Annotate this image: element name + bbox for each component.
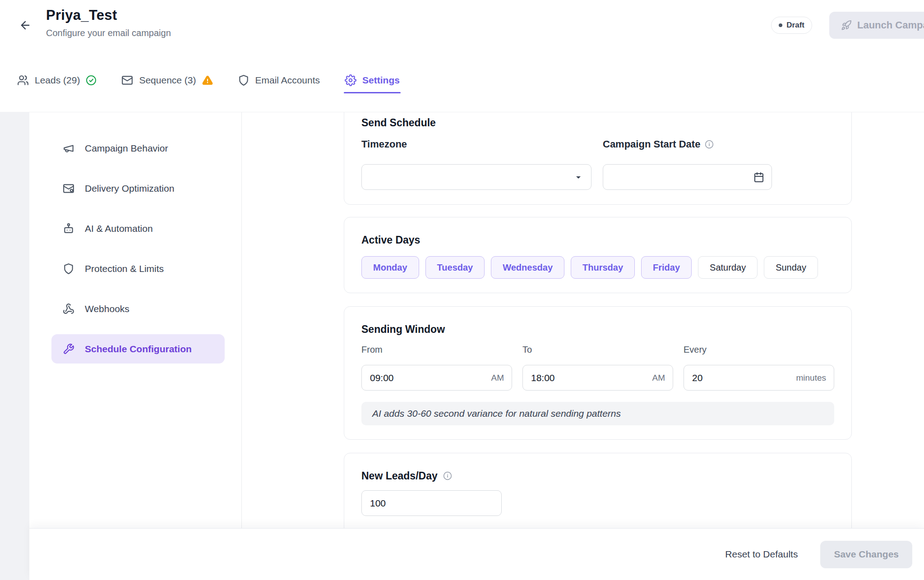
robot-icon <box>63 223 74 235</box>
tab-leads[interactable]: Leads (29) <box>17 70 97 90</box>
tab-leads-label: Leads (29) <box>35 75 80 86</box>
arrow-left-icon <box>19 19 32 32</box>
tab-settings[interactable]: Settings <box>345 70 400 90</box>
active-days-card: Active Days Monday Tuesday Wednesday Thu… <box>344 217 852 293</box>
save-changes-button[interactable]: Save Changes <box>820 541 912 568</box>
sending-window-fields: From AM To AM Every <box>361 345 834 391</box>
sidebar-item-label: Schedule Configuration <box>85 344 192 354</box>
shield-icon <box>238 74 249 86</box>
calendar-icon <box>753 172 764 183</box>
day-button-sunday[interactable]: Sunday <box>764 256 818 279</box>
day-button-tuesday[interactable]: Tuesday <box>425 256 485 279</box>
day-button-saturday[interactable]: Saturday <box>698 256 758 279</box>
reset-to-defaults-button[interactable]: Reset to Defaults <box>725 549 798 560</box>
page-title: Priya_Test <box>46 6 171 24</box>
send-schedule-fields: Timezone Campaign Start Date <box>361 139 834 190</box>
from-time-input[interactable] <box>361 365 512 391</box>
sidebar-item-webhooks[interactable]: Webhooks <box>51 294 225 323</box>
sidebar-item-protection-limits[interactable]: Protection & Limits <box>51 254 225 283</box>
campaign-start-date-label: Campaign Start Date <box>603 139 772 150</box>
sending-window-title: Sending Window <box>361 323 834 336</box>
back-button[interactable] <box>13 13 38 38</box>
tab-email-accounts-label: Email Accounts <box>255 75 320 86</box>
timezone-select[interactable] <box>361 164 591 190</box>
day-button-monday[interactable]: Monday <box>361 256 419 279</box>
sidebar-item-label: AI & Automation <box>85 223 153 234</box>
active-days-title: Active Days <box>361 234 834 246</box>
settings-sidebar: Campaign Behavior Delivery Optimization … <box>29 112 242 528</box>
gear-icon <box>345 74 356 86</box>
from-label: From <box>361 345 512 355</box>
webhook-icon <box>63 303 74 315</box>
users-icon <box>17 74 29 86</box>
wrench-icon <box>63 343 74 355</box>
header-actions: Draft Launch Campaign <box>771 12 924 39</box>
day-button-friday[interactable]: Friday <box>641 256 692 279</box>
sidebar-item-delivery-optimization[interactable]: Delivery Optimization <box>51 174 225 203</box>
campaign-start-date-input[interactable] <box>603 164 772 190</box>
mail-settings-icon <box>63 183 74 194</box>
send-schedule-card: Send Schedule Timezone Campaign S <box>344 112 852 205</box>
new-leads-per-day-input[interactable] <box>361 490 502 516</box>
day-button-wednesday[interactable]: Wednesday <box>491 256 564 279</box>
status-badge: Draft <box>771 17 812 34</box>
tab-email-accounts[interactable]: Email Accounts <box>238 70 320 90</box>
chevron-down-icon <box>573 172 584 183</box>
every-minutes-input[interactable] <box>684 365 834 391</box>
schedule-settings-panel: Send Schedule Timezone Campaign S <box>242 112 924 528</box>
rocket-icon <box>841 20 852 31</box>
status-badge-label: Draft <box>786 21 804 30</box>
day-button-thursday[interactable]: Thursday <box>571 256 635 279</box>
mail-icon <box>121 74 133 86</box>
active-days-buttons: Monday Tuesday Wednesday Thursday Friday… <box>361 256 834 279</box>
header-titles: Priya_Test Configure your email campaign <box>46 6 171 39</box>
tab-sequence[interactable]: Sequence (3) <box>121 70 213 90</box>
info-icon <box>705 140 714 149</box>
launch-campaign-label: Launch Campaign <box>857 19 924 31</box>
sidebar-item-label: Delivery Optimization <box>85 183 174 194</box>
ai-variance-note: AI adds 30-60 second variance for natura… <box>361 402 834 425</box>
every-label: Every <box>684 345 834 355</box>
status-dot-icon <box>779 23 782 27</box>
info-icon <box>443 471 452 480</box>
footer-action-bar: Reset to Defaults Save Changes <box>29 528 924 580</box>
sidebar-item-schedule-configuration[interactable]: Schedule Configuration <box>51 334 225 364</box>
shield-icon <box>63 263 74 275</box>
tab-sequence-label: Sequence (3) <box>139 75 196 86</box>
to-time-input[interactable] <box>522 365 673 391</box>
warning-triangle-icon <box>202 75 213 86</box>
sidebar-item-ai-automation[interactable]: AI & Automation <box>51 214 225 243</box>
sending-window-card: Sending Window From AM To AM <box>344 306 852 440</box>
settings-content: Campaign Behavior Delivery Optimization … <box>29 112 924 528</box>
sidebar-item-label: Campaign Behavior <box>85 143 168 154</box>
check-circle-icon <box>86 75 97 86</box>
to-label: To <box>522 345 673 355</box>
launch-campaign-button[interactable]: Launch Campaign <box>829 12 924 39</box>
timezone-label: Timezone <box>361 139 591 150</box>
sidebar-item-label: Protection & Limits <box>85 263 164 274</box>
send-schedule-title: Send Schedule <box>361 116 834 129</box>
sidebar-item-label: Webhooks <box>85 304 129 314</box>
header: Priya_Test Configure your email campaign… <box>0 0 924 57</box>
sidebar-item-campaign-behavior[interactable]: Campaign Behavior <box>51 133 225 163</box>
megaphone-icon <box>63 143 74 154</box>
new-leads-title: New Leads/Day <box>361 470 834 482</box>
new-leads-card: New Leads/Day <box>344 453 852 528</box>
tab-settings-label: Settings <box>362 75 400 86</box>
page-subtitle: Configure your email campaign <box>46 27 171 39</box>
tab-bar: Leads (29) Sequence (3) Email Accounts S… <box>0 57 924 112</box>
